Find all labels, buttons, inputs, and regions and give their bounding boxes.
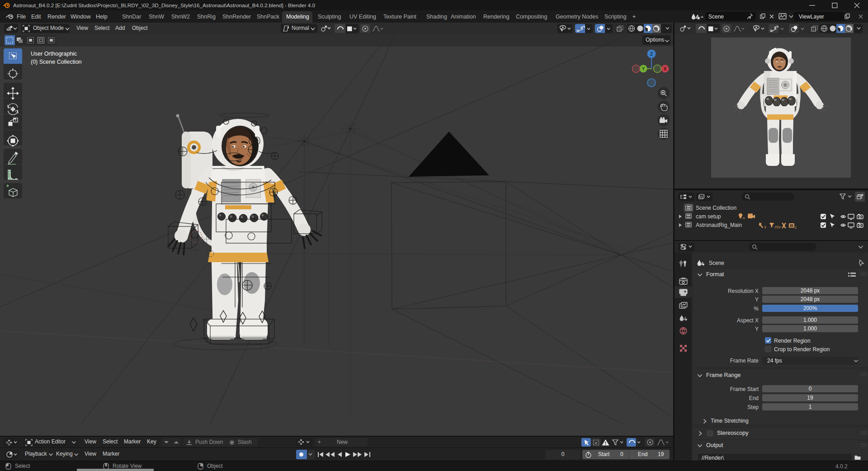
svg-text:Y: Y [642,66,645,71]
svg-text:253: 253 [774,225,781,229]
svg-text:Z: Z [650,52,653,57]
svg-text:X: X [664,66,667,71]
svg-text:3: 3 [764,225,766,229]
svg-text:2: 2 [795,226,797,229]
svg-text:4: 4 [743,216,745,220]
